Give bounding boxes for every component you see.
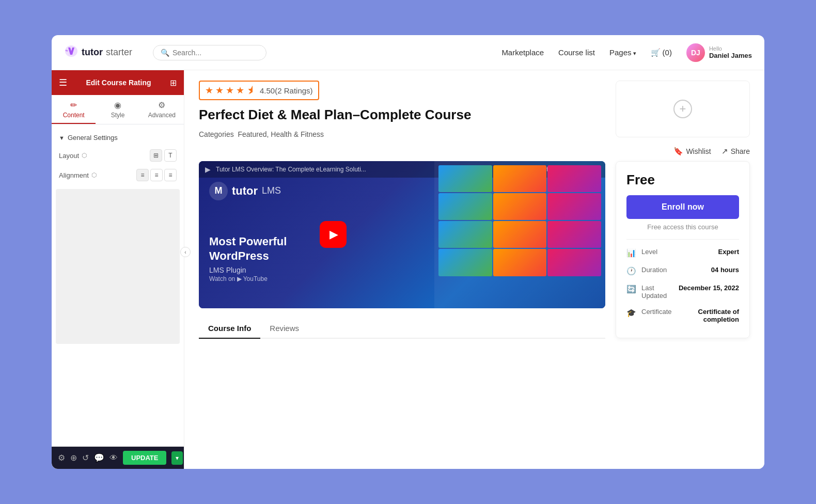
nav-course-list[interactable]: Course list [558,48,595,57]
history-footer-icon[interactable]: ↺ [82,453,89,463]
certificate-value: Certificate of completion [677,308,739,323]
tab-content[interactable]: ✏ Content [52,95,96,124]
settings-footer-icon[interactable]: ⚙ [58,453,65,463]
star-2: ★ [215,85,224,96]
info-duration-row: 🕐 Duration 04 hours [626,262,739,280]
content-tab-icon: ✏ [70,100,77,110]
duration-icon: 🕐 [626,266,636,276]
thumb-11 [493,249,547,276]
logo-tutor-text: tutor [82,47,103,58]
share-button[interactable]: ↗ Share [721,147,750,156]
updated-label: Last Updated [641,284,673,300]
logo-starter-text: starter [106,47,132,58]
alignment-label: Alignment ⬡ [59,171,97,179]
video-play-icon: ▶ [205,165,211,174]
style-tab-label: Style [111,112,125,119]
wishlist-button[interactable]: 🔖 Wishlist [673,147,711,156]
price-label: Free [626,172,739,188]
sidebar-body: ▼ General Settings Layout ⬡ ⊞ T Alignme [52,124,184,446]
align-right-btn[interactable]: ≡ [164,169,177,181]
nav-marketplace[interactable]: Marketplace [501,48,544,57]
hamburger-icon[interactable]: ☰ [59,77,67,88]
avatar: DJ [686,43,705,62]
nav-links: Marketplace Course list Pages 🛒 (0) DJ H… [501,43,752,62]
thumb-10 [438,249,492,276]
course-tabs: Course Info Reviews [199,319,605,339]
align-center-btn[interactable]: ≡ [150,169,163,181]
share-label: Share [731,147,750,155]
general-settings-label: General Settings [68,134,118,141]
thumb-1 [438,165,492,192]
tab-advanced[interactable]: ⚙ Advanced [140,95,184,124]
update-dropdown-button[interactable]: ▾ [171,451,183,465]
info-updated-row: 🔄 Last Updated December 15, 2022 [626,280,739,304]
sidebar-collapse-arrow[interactable]: ‹ [180,247,191,257]
lms-text: LMS [262,185,281,196]
content-tab-label: Content [63,112,85,119]
cart-count: (0) [663,48,672,57]
thumb-5 [493,193,547,220]
comment-footer-icon[interactable]: 💬 [94,453,104,463]
tab-style[interactable]: ◉ Style [96,95,139,124]
grid-icon[interactable]: ⊞ [170,78,177,88]
alignment-setting-row: Alignment ⬡ ≡ ≡ ≡ [52,165,184,185]
alignment-controls: ≡ ≡ ≡ [136,169,177,181]
tab-course-info[interactable]: Course Info [199,319,260,339]
price-card: Free Enroll now Free access this course … [616,161,750,338]
thumb-4 [438,193,492,220]
star-1: ★ [205,85,213,96]
cart-icon: 🛒 [651,48,661,57]
layout-setting-row: Layout ⬡ ⊞ T [52,146,184,165]
play-icon: ▶ [329,228,338,241]
enroll-button[interactable]: Enroll now [626,195,739,219]
search-bar[interactable]: 🔍 [153,45,266,60]
general-settings-header[interactable]: ▼ General Settings [52,130,184,146]
logo[interactable]: tutor starter [64,45,132,60]
duration-label: Duration [641,266,706,274]
search-input[interactable] [172,49,255,57]
update-button[interactable]: UPDATE [123,451,166,465]
main-card: tutor starter 🔍 Marketplace Course list … [52,35,764,469]
advanced-tab-icon: ⚙ [158,100,165,110]
certificate-label: Certificate [641,308,672,316]
star-3: ★ [226,85,234,96]
video-container[interactable]: ▶ Tutor LMS Overview: The Complete eLear… [199,161,605,308]
thumb-2 [493,165,547,192]
level-value: Expert [718,248,739,256]
user-area[interactable]: DJ Hello Daniel James [686,43,752,62]
nav-pages[interactable]: Pages [609,48,636,57]
preview-footer-icon[interactable]: 👁 [109,453,118,463]
free-access-text: Free access this course [626,223,739,231]
align-left-btn[interactable]: ≡ [136,169,149,181]
thumb-3 [547,165,601,192]
plus-box[interactable]: + [616,81,750,137]
tutor-t-icon: M [209,182,228,200]
section-collapse-icon: ▼ [59,135,65,141]
share-icon: ↗ [721,147,728,156]
content-area: ★ ★ ★ ★ ⯨ 4.50(2 Ratings) Perfect Diet &… [184,70,764,469]
layout-controls: ⊞ T [150,149,177,162]
video-big-title-2: WordPress [209,249,287,264]
layers-footer-icon[interactable]: ⊕ [70,453,77,463]
star-half: ⯨ [246,85,256,96]
video-subtitle: LMS Plugin [209,266,287,274]
sidebar-header: ☰ Edit Course Rating ⊞ [52,70,184,95]
categories-label: Categories [199,130,234,138]
layout-option-1[interactable]: ⊞ [150,149,162,162]
play-button[interactable]: ▶ [320,221,347,248]
plus-circle-icon: + [673,100,692,118]
duration-value: 04 hours [711,266,739,274]
sidebar-gray-area [56,189,180,344]
sidebar-title: Edit Course Rating [86,78,151,87]
layout-label-text: Layout [59,152,79,160]
course-info-sidebar: Free Enroll now Free access this course … [616,161,750,339]
cart-button[interactable]: 🛒 (0) [651,48,672,57]
level-label: Level [641,248,713,256]
sidebar: ☰ Edit Course Rating ⊞ ✏ Content ◉ Style… [52,70,184,469]
tab-reviews[interactable]: Reviews [260,319,308,339]
layout-option-2[interactable]: T [164,149,177,162]
style-tab-icon: ◉ [114,100,121,110]
info-level-row: 📊 Level Expert [626,244,739,262]
level-icon: 📊 [626,248,636,258]
thumb-6 [547,193,601,220]
